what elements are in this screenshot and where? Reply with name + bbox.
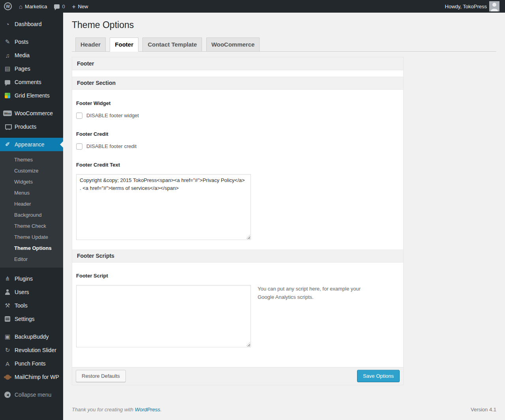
sidebar-item-grid-elements[interactable]: Grid Elements (0, 89, 63, 102)
sidebar-item-tools[interactable]: ⚒ Tools (0, 299, 63, 312)
footer-widget-label: Footer Widget (76, 100, 398, 106)
sidebar-item-dashboard[interactable]: ◔ Dashboard (0, 17, 63, 31)
site-name-menu[interactable]: ⌂ Marketica (19, 4, 47, 9)
submenu-item-theme-options[interactable]: Theme Options (0, 242, 63, 253)
main-content: Theme Options Header Footer Contact Temp… (63, 13, 505, 420)
sidebar-item-users[interactable]: Users (0, 285, 63, 299)
wordpress-menu[interactable]: W (4, 2, 12, 10)
sidebar-item-settings[interactable]: Settings (0, 312, 63, 326)
tab-bar: Header Footer Contact Template WooCommer… (72, 38, 496, 52)
disable-footer-widget-checkbox[interactable] (76, 112, 82, 119)
tab-woocommerce[interactable]: WooCommerce (206, 38, 260, 51)
disable-footer-credit-checkbox[interactable] (76, 143, 82, 150)
footer-credit-text-label: Footer Credit Text (76, 162, 398, 168)
plus-icon: + (72, 3, 76, 10)
avatar (489, 1, 499, 11)
submenu-item-themes[interactable]: Themes (0, 154, 63, 165)
disable-footer-credit-checkbox-label: DISABLE footer credit (86, 143, 137, 149)
panel-footer: Restore Defaults Save Options (72, 367, 403, 385)
sidebar-item-mailchimp[interactable]: MailChimp for WP (0, 370, 63, 384)
submenu-item-menus[interactable]: Menus (0, 187, 63, 198)
sidebar-item-plugins[interactable]: ⋔ Plugins (0, 272, 63, 285)
version-label: Version 4.1 (471, 407, 496, 412)
appearance-brush-icon: ✐ (3, 141, 12, 148)
panel-spacer (72, 70, 403, 77)
sidebar-item-media[interactable]: ♫ Media (0, 49, 63, 62)
footer-script-textarea[interactable] (76, 285, 251, 347)
save-options-button[interactable]: Save Options (357, 370, 400, 382)
footer-credit-text-textarea[interactable]: Copyright &copy; 2015 TokoPress<span><a … (76, 174, 251, 240)
dashboard-icon: ◔ (3, 21, 12, 28)
submenu-item-editor[interactable]: Editor (0, 253, 63, 264)
section-header-footer-section[interactable]: Footer Section (72, 77, 403, 90)
cart-icon (3, 124, 12, 129)
wordpress-logo-icon: W (4, 2, 12, 10)
wordpress-link[interactable]: WordPress (135, 407, 160, 412)
submenu-item-background[interactable]: Background (0, 209, 63, 220)
restore-defaults-button[interactable]: Restore Defaults (76, 370, 126, 382)
new-label: New (78, 4, 88, 9)
sidebar-item-woocommerce[interactable]: Woo WooCommerce (0, 107, 63, 120)
theme-options-panel: Footer Footer Section Footer Widget DISA… (72, 57, 404, 385)
site-name-label: Marketica (25, 4, 47, 9)
grid-elements-icon (3, 93, 12, 98)
mailchimp-monkey-icon (3, 375, 12, 380)
users-icon (3, 289, 12, 295)
sidebar-item-appearance[interactable]: ✐ Appearance (0, 138, 63, 151)
admin-bar: W ⌂ Marketica 0 + New Howdy, TokoPress (0, 0, 505, 13)
admin-footer: Thank you for creating with WordPress. V… (72, 407, 496, 412)
submenu-item-theme-update[interactable]: Theme Update (0, 231, 63, 242)
submenu-item-customize[interactable]: Customize (0, 165, 63, 176)
backupbuddy-icon: ▣ (3, 333, 12, 340)
sidebar-item-products[interactable]: Products (0, 120, 63, 133)
appearance-submenu: Themes Customize Widgets Menus Header Ba… (0, 151, 63, 268)
submenu-item-widgets[interactable]: Widgets (0, 176, 63, 187)
footer-scripts-fields: Footer Script You can put any script her… (72, 262, 403, 367)
comments-menu[interactable]: 0 (54, 4, 65, 9)
sidebar-item-comments[interactable]: Comments (0, 75, 63, 89)
footer-script-help-text: You can put any script here, for example… (258, 285, 378, 302)
footer-section-fields: Footer Widget DISABLE footer widget Foot… (72, 90, 403, 240)
section-header-footer-scripts[interactable]: Footer Scripts (72, 249, 403, 262)
footer-script-label: Footer Script (76, 273, 398, 279)
comments-icon (3, 80, 12, 84)
sidebar-item-backupbuddy[interactable]: ▣ BackupBuddy (0, 330, 63, 343)
media-icon: ♫ (3, 52, 12, 59)
plugin-icon: ⋔ (3, 275, 12, 282)
punch-fonts-icon: A (3, 360, 12, 367)
submenu-item-theme-check[interactable]: Theme Check (0, 220, 63, 231)
pages-icon: ▤ (3, 65, 12, 72)
tools-icon: ⚒ (3, 302, 12, 309)
pushpin-icon: ✎ (3, 38, 12, 45)
sidebar-item-posts[interactable]: ✎ Posts (0, 35, 63, 49)
sidebar-item-collapse-menu[interactable]: ◀ Collapse menu (0, 388, 63, 401)
submenu-item-header[interactable]: Header (0, 198, 63, 209)
tab-header[interactable]: Header (75, 38, 106, 51)
revolution-slider-icon: ↻ (3, 347, 12, 354)
footer-thanks-text: Thank you for creating with WordPress. (72, 407, 162, 412)
tab-footer[interactable]: Footer (110, 38, 138, 52)
new-content-menu[interactable]: + New (72, 3, 88, 10)
sidebar-item-punch-fonts[interactable]: A Punch Fonts (0, 357, 63, 370)
comment-bubble-icon (54, 4, 60, 9)
sidebar-item-pages[interactable]: ▤ Pages (0, 62, 63, 75)
comment-count: 0 (62, 4, 65, 9)
admin-sidebar: ◔ Dashboard ✎ Posts ♫ Media ▤ Pages Comm… (0, 13, 63, 420)
home-icon: ⌂ (19, 4, 22, 9)
account-menu[interactable]: Howdy, TokoPress (445, 1, 499, 11)
disable-footer-widget-checkbox-label: DISABLE footer widget (86, 112, 139, 118)
howdy-label: Howdy, TokoPress (445, 4, 487, 9)
collapse-arrow-icon: ◀ (3, 392, 12, 398)
footer-credit-label: Footer Credit (76, 131, 398, 137)
page-title: Theme Options (72, 19, 496, 31)
settings-sliders-icon (3, 316, 12, 322)
tab-contact-template[interactable]: Contact Template (142, 38, 202, 51)
sidebar-item-revolution-slider[interactable]: ↻ Revolution Slider (0, 343, 63, 357)
section-header-footer[interactable]: Footer (72, 57, 403, 70)
woocommerce-icon: Woo (3, 111, 12, 116)
